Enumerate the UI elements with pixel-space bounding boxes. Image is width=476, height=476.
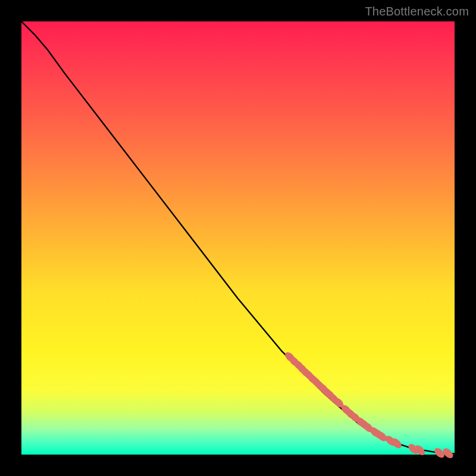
marker-group bbox=[283, 350, 455, 460]
watermark-text: TheBottleneck.com bbox=[365, 5, 469, 18]
curve-line bbox=[21, 21, 455, 454]
chart-stage: TheBottleneck.com bbox=[0, 0, 476, 476]
chart-svg bbox=[21, 21, 455, 455]
plot-area bbox=[21, 21, 455, 455]
